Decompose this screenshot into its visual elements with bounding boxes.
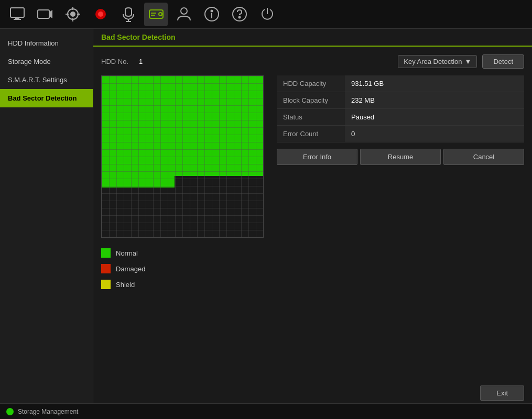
svg-point-19 [181, 8, 187, 14]
legend-label-damaged: Damaged [116, 265, 145, 273]
page-title-bar: Bad Sector Detection [93, 29, 532, 47]
legend-item-damaged: Damaged [101, 264, 269, 273]
scan-area: Normal Damaged Shield [101, 75, 269, 381]
user-icon[interactable] [172, 3, 196, 26]
svg-point-12 [98, 12, 103, 17]
legend: Normal Damaged Shield [101, 248, 269, 289]
status-text: Storage Management [18, 408, 78, 415]
detection-mode-dropdown[interactable]: Key Area Detection ▼ [398, 55, 477, 68]
legend-item-normal: Normal [101, 248, 269, 258]
exit-button[interactable]: Exit [480, 385, 524, 401]
legend-item-shield: Shield [101, 280, 269, 289]
block-capacity-value: 232 MB [345, 92, 524, 109]
svg-point-24 [238, 17, 240, 18]
power-icon[interactable] [255, 3, 279, 26]
status-value: Paused [345, 109, 524, 126]
hdd-nav-icon[interactable] [144, 3, 168, 26]
svg-rect-3 [38, 10, 49, 18]
block-capacity-label: Block Capacity [277, 92, 345, 109]
detect-button[interactable]: Detect [482, 54, 524, 69]
svg-rect-1 [15, 17, 19, 19]
sidebar-item-bad-sector-detection[interactable]: Bad Sector Detection [0, 89, 93, 107]
page-title: Bad Sector Detection [101, 33, 176, 41]
scan-grid [101, 75, 264, 238]
svg-rect-15 [149, 10, 163, 18]
legend-color-damaged [101, 264, 111, 273]
svg-rect-0 [10, 8, 24, 17]
block-capacity-row: Block Capacity 232 MB [277, 92, 524, 109]
info-panel: HDD Capacity 931.51 GB Block Capacity 23… [277, 75, 524, 381]
hdd-capacity-value: 931.51 GB [345, 75, 524, 92]
svg-rect-2 [14, 19, 21, 20]
legend-color-shield [101, 280, 111, 289]
legend-label-normal: Normal [116, 249, 138, 257]
sidebar-item-hdd-information[interactable]: HDD Information [0, 34, 93, 52]
hdd-capacity-label: HDD Capacity [277, 75, 345, 92]
hdd-capacity-row: HDD Capacity 931.51 GB [277, 75, 524, 92]
statusbar: Storage Management [0, 403, 532, 419]
action-buttons: Error Info Resume Cancel [277, 149, 524, 165]
status-row: Status Paused [277, 109, 524, 126]
error-info-button[interactable]: Error Info [277, 149, 357, 165]
sidebar: HDD Information Storage Mode S.M.A.R.T. … [0, 29, 93, 403]
middle-section: Normal Damaged Shield HDD Capaci [93, 75, 532, 381]
status-dot-icon [6, 408, 14, 415]
dropdown-arrow-icon: ▼ [465, 58, 472, 65]
sidebar-item-storage-mode[interactable]: Storage Mode [0, 52, 93, 71]
record-icon[interactable] [89, 3, 112, 26]
svg-point-22 [211, 10, 212, 12]
resume-button[interactable]: Resume [360, 149, 441, 165]
hdd-row: HDD No. 1 Key Area Detection ▼ Detect [93, 52, 532, 71]
legend-color-normal [101, 248, 111, 258]
help-icon[interactable] [227, 3, 251, 26]
hdd-no-label: HDD No. [101, 58, 128, 65]
info-nav-icon[interactable] [200, 3, 223, 26]
svg-point-6 [71, 12, 75, 16]
status-label: Status [277, 109, 345, 126]
main-layout: HDD Information Storage Mode S.M.A.R.T. … [0, 29, 532, 403]
svg-point-16 [159, 13, 162, 16]
sidebar-item-smart-settings[interactable]: S.M.A.R.T. Settings [0, 71, 93, 89]
camera-icon[interactable] [33, 3, 57, 26]
error-count-label: Error Count [277, 126, 345, 142]
cancel-button[interactable]: Cancel [443, 149, 524, 165]
scan-grid-overlay [102, 76, 263, 237]
content-area: Bad Sector Detection HDD No. 1 Key Area … [93, 29, 532, 403]
error-count-row: Error Count 0 [277, 126, 524, 142]
detection-mode-label: Key Area Detection [404, 58, 462, 65]
topbar [0, 0, 532, 29]
error-count-value: 0 [345, 126, 524, 142]
info-table: HDD Capacity 931.51 GB Block Capacity 23… [277, 75, 524, 142]
monitor-icon[interactable] [5, 3, 29, 26]
ptz-icon[interactable] [61, 3, 84, 26]
hdd-no-value: 1 [139, 58, 143, 65]
legend-label-shield: Shield [116, 281, 135, 289]
exit-area: Exit [93, 381, 532, 403]
audio-icon[interactable] [116, 3, 140, 26]
